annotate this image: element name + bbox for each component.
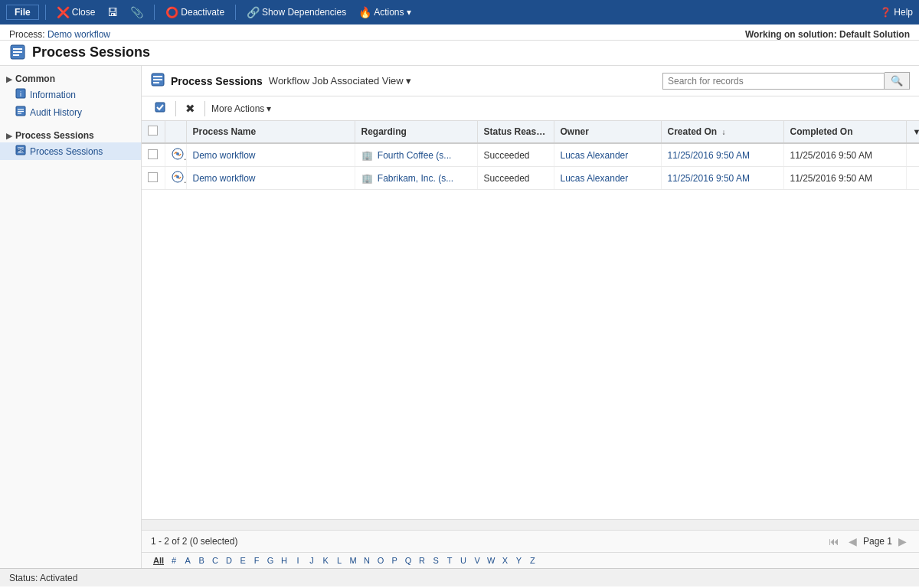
alpha-btn-g[interactable]: G	[264, 555, 276, 566]
save-button[interactable]: 🖫	[103, 5, 123, 20]
row2-status-cell: Succeeded	[477, 167, 554, 190]
col-header-created-on[interactable]: Created On ↓	[661, 121, 783, 143]
col-header-check[interactable]	[142, 121, 165, 143]
show-dependencies-button[interactable]: 🔗 Show Dependencies	[242, 5, 351, 20]
row1-owner-cell: Lucas Alexander	[554, 143, 661, 167]
alpha-btn-n[interactable]: N	[361, 555, 373, 566]
more-actions-button[interactable]: More Actions ▾	[211, 103, 271, 114]
col-regarding-label: Regarding	[361, 126, 407, 137]
alpha-btn-z[interactable]: Z	[526, 555, 538, 566]
toolbar-separator-2	[154, 5, 155, 20]
actions-button[interactable]: 🔥 Actions ▾	[354, 5, 415, 20]
alpha-btn-l[interactable]: L	[333, 555, 345, 566]
row2-completed-on-cell: 11/25/2016 9:50 AM	[783, 167, 906, 190]
search-input[interactable]	[662, 73, 885, 90]
row2-regarding-link[interactable]: Fabrikam, Inc. (s...	[378, 173, 453, 184]
alpha-btn-y[interactable]: Y	[512, 555, 525, 566]
content-header: Process Sessions Workflow Job Associated…	[142, 66, 919, 96]
grid-select-all-button[interactable]	[151, 100, 169, 117]
col-header-owner[interactable]: Owner	[554, 121, 661, 143]
alpha-btn-q[interactable]: Q	[402, 555, 414, 566]
alpha-btn-o[interactable]: O	[374, 555, 387, 566]
first-page-button[interactable]: ⏮	[826, 534, 842, 549]
alpha-btn-k[interactable]: K	[319, 555, 332, 566]
horizontal-scrollbar[interactable]	[142, 519, 919, 530]
alpha-btn-all[interactable]: All	[151, 555, 166, 566]
svg-text:PS: PS	[17, 148, 25, 153]
sidebar-item-process-sessions[interactable]: PS Process Sessions	[0, 142, 141, 160]
sidebar-item-audit-history[interactable]: Audit History	[0, 103, 141, 121]
close-button[interactable]: ❌ Close	[52, 5, 100, 20]
search-button[interactable]: 🔍	[885, 72, 910, 90]
svg-point-19	[176, 152, 179, 155]
row2-owner-link[interactable]: Lucas Alexander	[561, 173, 629, 184]
alpha-btn-h[interactable]: H	[278, 555, 290, 566]
row2-checkbox[interactable]	[148, 172, 158, 182]
help-area[interactable]: ❓ Help	[880, 7, 913, 18]
col-header-status-reason[interactable]: Status Reason	[477, 121, 554, 143]
alpha-btn-s[interactable]: S	[430, 555, 442, 566]
alpha-btn-e[interactable]: E	[237, 555, 249, 566]
row2-process-link[interactable]: Demo workflow	[193, 173, 256, 184]
alpha-btn-r[interactable]: R	[416, 555, 428, 566]
row1-check-cell[interactable]	[142, 143, 165, 167]
alpha-btn-f[interactable]: F	[250, 555, 263, 566]
col-header-completed-on[interactable]: Completed On	[783, 121, 906, 143]
table-row: Demo workflow 🏢 Fourth Coffee (s... Succ…	[142, 143, 919, 167]
sidebar: ▶ Common i Information Audit History ▶ P…	[0, 66, 142, 568]
sidebar-section-process-sessions[interactable]: ▶ Process Sessions	[0, 126, 141, 142]
alpha-btn-a[interactable]: A	[182, 555, 194, 566]
alpha-btn-u[interactable]: U	[457, 555, 469, 566]
prev-page-button[interactable]: ◀	[845, 534, 860, 549]
view-selector[interactable]: Workflow Job Associated View ▾	[269, 75, 411, 87]
svg-rect-16	[153, 82, 159, 83]
row1-owner-link[interactable]: Lucas Alexander	[561, 150, 629, 161]
alpha-btn-v[interactable]: V	[471, 555, 483, 566]
delete-button[interactable]: ✖	[182, 100, 198, 117]
title-bar: Process: Demo workflow Working on soluti…	[0, 24, 919, 41]
alpha-btn-w[interactable]: W	[485, 555, 497, 566]
alpha-btn-j[interactable]: J	[306, 555, 318, 566]
row2-check-cell[interactable]	[142, 167, 165, 190]
created-on-sort-icon: ↓	[722, 128, 726, 136]
alpha-btn-c[interactable]: C	[209, 555, 221, 566]
breadcrumb-link[interactable]: Demo workflow	[47, 29, 110, 40]
deactivate-button[interactable]: ⭕ Deactivate	[161, 5, 229, 20]
row1-checkbox[interactable]	[148, 149, 158, 159]
alpha-btn-d[interactable]: D	[223, 555, 235, 566]
alpha-btn-b[interactable]: B	[195, 555, 208, 566]
alpha-btn-t[interactable]: T	[443, 555, 456, 566]
row1-regarding-cell: 🏢 Fourth Coffee (s...	[355, 143, 477, 167]
grid-footer: 1 - 2 of 2 (0 selected) ⏮ ◀ Page 1 ▶	[142, 530, 919, 552]
table-body: Demo workflow 🏢 Fourth Coffee (s... Succ…	[142, 143, 919, 190]
pagination: ⏮ ◀ Page 1 ▶	[826, 534, 910, 549]
col-header-process-name[interactable]: Process Name	[186, 121, 355, 143]
alpha-btn-m[interactable]: M	[347, 555, 359, 566]
toolbar-separator-3	[235, 5, 236, 20]
sidebar-section-common[interactable]: ▶ Common	[0, 69, 141, 86]
row2-status-value: Succeeded	[484, 173, 530, 184]
row2-created-on-link[interactable]: 11/25/2016 9:50 AM	[668, 173, 750, 184]
row1-created-on-link[interactable]: 11/25/2016 9:50 AM	[668, 150, 750, 161]
row2-icon-cell	[165, 167, 186, 190]
toolbar: File ❌ Close 🖫 📎 ⭕ Deactivate 🔗 Show Dep…	[0, 0, 919, 24]
col-header-filter[interactable]: ▼	[906, 121, 919, 143]
row2-owner-cell: Lucas Alexander	[554, 167, 661, 190]
header-checkbox[interactable]	[148, 126, 158, 136]
alpha-btn-p[interactable]: P	[388, 555, 401, 566]
view-selector-label: Workflow Job Associated View	[269, 75, 404, 87]
col-header-regarding[interactable]: Regarding	[355, 121, 477, 143]
file-button[interactable]: File	[6, 5, 39, 20]
alpha-btn-i[interactable]: I	[292, 555, 304, 566]
col-header-icon	[165, 121, 186, 143]
alpha-btn-x[interactable]: X	[499, 555, 511, 566]
close-label: Close	[72, 7, 96, 18]
attach-button[interactable]: 📎	[126, 5, 148, 20]
svg-rect-17	[155, 103, 165, 112]
alpha-btn-#[interactable]: #	[168, 555, 180, 566]
sidebar-item-information[interactable]: i Information	[0, 86, 141, 103]
row1-process-link[interactable]: Demo workflow	[193, 150, 256, 161]
row1-regarding-link[interactable]: Fourth Coffee (s...	[378, 150, 452, 161]
svg-rect-3	[13, 54, 19, 56]
next-page-button[interactable]: ▶	[895, 534, 910, 549]
